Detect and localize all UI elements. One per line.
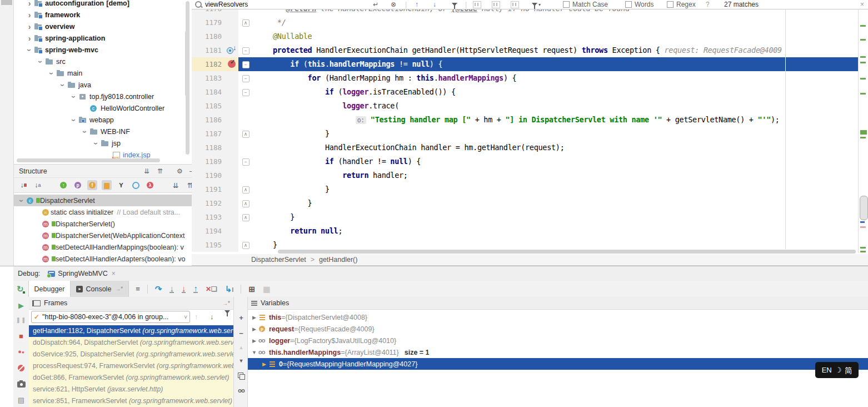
tree-item-top.fjy8018.controller[interactable]: ›top.fjy8018.controller xyxy=(14,91,192,102)
duplicate-icon[interactable] xyxy=(238,373,243,378)
stripe-mark[interactable] xyxy=(860,78,866,80)
regex-checkbox[interactable]: Regex xyxy=(667,0,696,9)
force-step-into-icon[interactable]: ↓ xyxy=(182,285,186,293)
search-options-icon[interactable]: ▾ xyxy=(532,0,541,9)
stripe-mark[interactable] xyxy=(860,62,866,63)
layers-icon[interactable]: ▤ xyxy=(13,396,29,404)
fold-marker-icon[interactable]: − xyxy=(238,155,253,168)
tree-item-main[interactable]: ›main xyxy=(14,67,192,79)
words-checkbox[interactable]: Words xyxy=(625,0,654,9)
show-anonymous-icon[interactable]: Y xyxy=(116,180,126,190)
tab-console[interactable]: ▸ Console →* xyxy=(71,281,129,297)
stripe-mark-pink[interactable] xyxy=(860,226,866,228)
tree-item-HelloWorldController[interactable]: ›cHelloWorldController xyxy=(14,102,192,114)
frame-row[interactable]: service:851, FrameworkServlet (org.sprin… xyxy=(29,395,233,407)
show-lambdas-icon[interactable]: λ xyxy=(145,180,155,190)
fold-marker-icon[interactable]: − xyxy=(238,57,253,71)
tree-item-framework[interactable]: ›framework xyxy=(14,9,192,21)
tree-item-WEB-INF[interactable]: ›WEB-INF xyxy=(14,126,192,137)
code-line[interactable]: 1189− if (handler != null) { xyxy=(192,155,858,168)
debug-session-tab[interactable]: SpringWebMVC xyxy=(58,270,107,277)
resume-icon[interactable]: ▶ xyxy=(13,301,29,310)
frame-row[interactable]: doService:925, DispatcherServlet (org.sp… xyxy=(29,349,233,360)
code-line[interactable]: 1184− if (logger.isTraceEnabled()) { xyxy=(192,85,858,99)
gear-icon[interactable]: ⚙ xyxy=(177,167,183,175)
stripe-mark-blue[interactable] xyxy=(860,221,865,223)
code-line[interactable]: 1180@Nullable xyxy=(192,29,858,43)
code-line[interactable]: 1181↓−protected HandlerExecutionChain ge… xyxy=(192,43,858,57)
chevron-collapsed-icon[interactable]: ▶ xyxy=(250,338,258,344)
tree-item-java[interactable]: ›java xyxy=(14,79,192,91)
show-objects-icon[interactable] xyxy=(131,180,141,190)
pin-icon[interactable]: →* xyxy=(222,300,230,306)
chevron-collapsed-icon[interactable]: ▶ xyxy=(260,361,268,367)
tree-item-jsp[interactable]: ›jsp xyxy=(14,137,192,149)
show-inherited-icon[interactable]: ↑ xyxy=(58,180,68,190)
stripe-mark[interactable] xyxy=(860,39,866,41)
layout-options-icon[interactable]: ≡ xyxy=(136,285,140,293)
find-filter-icon[interactable] xyxy=(452,0,457,9)
show-fields-icon[interactable]: f xyxy=(87,180,97,190)
tree-item-spring-application[interactable]: ›spring-application xyxy=(14,32,192,44)
collapse-all-icon[interactable]: ⇈ xyxy=(157,167,163,175)
prev-match-icon[interactable]: ↑ xyxy=(415,0,418,9)
tree-item-overview[interactable]: ›overview xyxy=(14,21,192,32)
view-breakpoints-icon[interactable]: ●● xyxy=(13,348,29,355)
frame-row[interactable]: service:621, HttpServlet (javax.servlet.… xyxy=(29,384,233,395)
thread-selector[interactable]: ✓ "http-bio-8080-exec-3"@4,006 in group.… xyxy=(31,311,190,323)
structure-item[interactable]: ›msetDetectAllHandlerMappings(boolean): … xyxy=(14,241,192,253)
tree-item-autoconfiguration[interactable]: ›autoconfiguration [demo] xyxy=(14,0,192,9)
code-line[interactable]: 1186 o: "Testing handler map [" + hm + "… xyxy=(192,113,858,127)
expand-all-icon[interactable]: ⇊ xyxy=(171,180,181,190)
code-line[interactable]: 1193∧ } xyxy=(192,210,858,224)
chevron-expanded-icon[interactable]: › xyxy=(69,116,78,125)
chevron-collapsed-icon[interactable]: ▶ xyxy=(250,326,258,332)
execution-nav-icon[interactable]: ↓ xyxy=(226,43,238,57)
structure-item[interactable]: ›mDispatcherServlet() xyxy=(14,218,192,230)
show-watches-icon[interactable]: oo xyxy=(234,387,248,394)
variable-row[interactable]: ▶0 = {RequestMappingHandlerMapping@4027} xyxy=(248,358,868,370)
move-down-icon[interactable]: ▼ xyxy=(234,358,248,364)
chevron-expanded-icon[interactable]: › xyxy=(58,81,67,90)
fold-marker-icon[interactable]: ∧ xyxy=(238,238,253,252)
chevron-expanded-icon[interactable]: › xyxy=(81,127,89,136)
step-over-icon[interactable]: ↷ xyxy=(155,284,162,294)
frame-row[interactable]: doDispatch:964, DispatcherServlet (org.s… xyxy=(29,337,233,349)
regex-help-icon[interactable]: ? xyxy=(706,0,710,9)
drop-frame-icon[interactable]: ✕❏ xyxy=(206,285,217,293)
structure-item[interactable]: ›msetDetectAllHandlerAdapters(boolean): … xyxy=(14,253,192,265)
variable-row[interactable]: ▶oologger = {LogFactory$JavaUtilLog@4010… xyxy=(248,335,868,346)
variable-row[interactable]: ▶prequest = {RequestFacade@4009} xyxy=(248,323,868,335)
structure-item[interactable]: ›cDispatcherServlet xyxy=(14,195,192,206)
breadcrumb-class[interactable]: DispatcherServlet xyxy=(251,256,306,264)
show-non-public-icon[interactable] xyxy=(102,180,112,190)
remove-watch-icon[interactable]: − xyxy=(234,329,248,337)
code-line[interactable]: 1191∧ } xyxy=(192,182,858,196)
chevron-collapsed-icon[interactable]: › xyxy=(25,34,34,43)
ime-indicator[interactable]: EN ☽ 简 xyxy=(815,362,859,378)
stripe-mark[interactable] xyxy=(860,56,866,58)
in-literals-icon[interactable] xyxy=(511,0,522,9)
chevron-collapsed-icon[interactable]: › xyxy=(25,0,34,8)
in-comments-icon[interactable] xyxy=(492,0,503,9)
chevron-expanded-icon[interactable]: › xyxy=(92,139,101,148)
thread-dump-icon[interactable] xyxy=(17,381,26,388)
variable-row[interactable]: ▶this = {DispatcherServlet@4008} xyxy=(248,311,868,323)
expand-all-icon[interactable]: ⇊ xyxy=(144,167,149,175)
rerun-icon[interactable]: ↻ xyxy=(17,284,24,294)
structure-vertical-scrollbar[interactable] xyxy=(185,31,189,96)
code-line[interactable]: 1179∧ */ xyxy=(192,16,858,29)
tree-item-spring-web-mvc[interactable]: ›spring-web-mvc xyxy=(14,44,192,56)
sort-alpha-icon[interactable]: ↓a xyxy=(33,180,43,190)
variable-row[interactable]: ▼oothis.handlerMappings = {ArrayList@401… xyxy=(248,346,868,358)
structure-item[interactable]: ›mDispatcherServlet(WebApplicationContex… xyxy=(14,230,192,241)
search-input[interactable]: viewResolvers xyxy=(205,0,248,9)
code-line[interactable]: 1192∧ } xyxy=(192,196,858,210)
chevron-expanded-icon[interactable]: › xyxy=(36,57,45,66)
collapse-all-icon[interactable]: ⇈ xyxy=(185,180,192,190)
thread-filter-icon[interactable] xyxy=(225,314,230,322)
editor-horizontal-scrollbar[interactable] xyxy=(278,250,856,254)
fold-marker-icon[interactable]: − xyxy=(238,85,253,99)
sort-by-visibility-icon[interactable]: ↓ xyxy=(18,180,28,190)
stripe-mark[interactable] xyxy=(860,130,867,135)
